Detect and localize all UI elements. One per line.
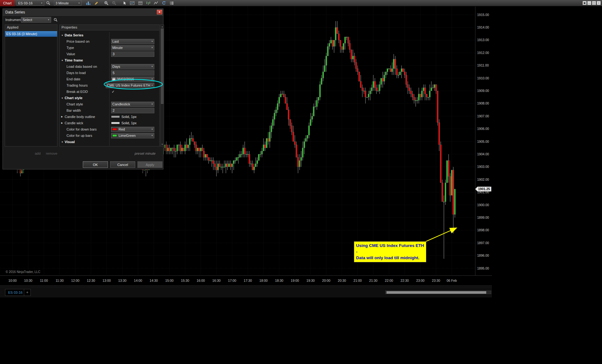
prop-row-value[interactable]: Value3 [60, 51, 159, 57]
apply-button[interactable]: Apply [137, 161, 162, 168]
chart-type-icon[interactable] [85, 0, 92, 6]
time-axis[interactable]: 10:0010:3011:0011:3012:0012:3013:0013:30… [8, 279, 457, 282]
prop-value: 3 [109, 51, 159, 57]
prop-color-for-down-bars-select[interactable]: Red▼ [111, 127, 154, 132]
prop-label: Value [60, 51, 109, 57]
properties-list-icon[interactable] [168, 0, 175, 6]
prop-price-based-on-select[interactable]: Last▼ [111, 39, 154, 44]
horizontal-scrollbar[interactable] [385, 291, 491, 294]
prop-row-time-frame[interactable]: ▼Time frame [60, 57, 159, 63]
window-buttons: ▣ — ▢ × [582, 1, 601, 5]
dialog-instrument-select[interactable]: Select ▼ [21, 17, 51, 23]
prop-chart-style-select[interactable]: Candlestick▼ [111, 102, 154, 107]
checkbox-checked-icon[interactable]: ✓ [112, 90, 115, 94]
prop-type-select[interactable]: Minute▼ [111, 45, 154, 51]
prop-row-visual[interactable]: ▼Visual [60, 139, 159, 145]
prop-row-data-series[interactable]: ▼Data Series [60, 32, 159, 38]
price-axis-label: 1905.00 [477, 140, 489, 143]
prop-row-type[interactable]: TypeMinute▼ [60, 45, 159, 51]
dialog-close-button[interactable]: × [157, 10, 162, 14]
price-axis[interactable]: 1915.001914.001913.001912.001911.001910.… [477, 13, 489, 270]
add-tab-button[interactable]: + [24, 289, 31, 296]
time-axis-label: 21:30 [369, 279, 377, 282]
chevron-down-icon: ▼ [151, 40, 153, 42]
scrollbar-thumb[interactable] [386, 291, 486, 294]
prop-days-to-load-input[interactable]: 5 [111, 70, 154, 76]
prop-row-candle-wick[interactable]: ▶Candle wickSolid, 1px [60, 120, 159, 126]
prop-label-text: Candle wick [65, 121, 83, 125]
collapse-down-icon[interactable]: ▼ [61, 141, 65, 143]
prop-row-load-data-based-on[interactable]: Load data based onDays▼ [60, 63, 159, 70]
prop-value-text: Minute [112, 46, 150, 50]
tab-es-03-16[interactable]: ES 03-16 [5, 289, 26, 296]
time-axis-label: 20:00 [322, 279, 330, 282]
checkbox-checked-icon[interactable]: ✓ [112, 146, 115, 147]
zoom-in-icon[interactable] [103, 0, 110, 6]
prop-label-text: Bar width [67, 109, 81, 112]
data-grid-icon[interactable] [137, 0, 144, 6]
prop-color-for-up-bars-select[interactable]: LimeGreen▼ [111, 133, 154, 138]
cancel-button[interactable]: Cancel [110, 161, 135, 168]
candle-body-outline-swatch [111, 115, 120, 118]
scroll-down-icon[interactable]: ▼ [161, 143, 164, 146]
minimize-icon[interactable]: — [587, 1, 591, 5]
collapse-down-icon[interactable]: ▼ [61, 97, 65, 99]
panels-icon[interactable]: ▣ [583, 1, 587, 5]
cursor-icon[interactable] [121, 0, 128, 6]
prop-label-text: Break at EOD [67, 90, 88, 94]
instrument-search-icon[interactable] [53, 17, 58, 22]
time-axis-label: 21:00 [354, 279, 362, 282]
applied-actions: add remove [5, 152, 57, 155]
trend-zigzag-icon[interactable] [152, 0, 160, 6]
scrollbar-thumb[interactable] [161, 29, 163, 104]
price-axis-label: 1899.00 [477, 216, 489, 219]
prop-row-bar-width[interactable]: Bar width2 [60, 107, 159, 114]
collapse-right-icon[interactable]: ▶ [61, 122, 65, 124]
dialog-titlebar[interactable]: Data Series × [3, 9, 163, 16]
prop-row-color-for-up-bars[interactable]: Color for up barsLimeGreen▼ [60, 132, 159, 139]
ohlc-bars-icon[interactable] [145, 0, 152, 6]
time-axis-label: 18:00 [259, 279, 268, 282]
scroll-up-icon[interactable]: ▲ [161, 25, 164, 28]
prop-row-auto-scale[interactable]: Auto scale✓ [60, 145, 159, 147]
ok-button[interactable]: OK [83, 161, 108, 168]
applied-series-item[interactable]: ES 03-16 (3 Minute) [5, 31, 57, 37]
prop-row-days-to-load[interactable]: Days to load5 [60, 70, 159, 76]
add-series-link[interactable]: add [35, 152, 40, 155]
prop-label: Load data based on [60, 63, 109, 70]
prop-label-text: Chart style [67, 102, 83, 106]
prop-label: ▼Time frame [60, 57, 109, 63]
prop-label-text: Type [67, 46, 74, 50]
maximize-icon[interactable]: ▢ [592, 1, 596, 5]
collapse-down-icon[interactable]: ▼ [61, 34, 65, 36]
prop-value-input[interactable]: 3 [111, 51, 154, 57]
collapse-right-icon[interactable]: ▶ [61, 115, 65, 118]
instrument-search-icon[interactable] [45, 0, 52, 6]
prop-load-data-based-on-select[interactable]: Days▼ [111, 64, 154, 69]
prop-row-color-for-down-bars[interactable]: Color for down barsRed▼ [60, 126, 159, 132]
prop-row-chart-style[interactable]: Chart styleCandlestick▼ [60, 101, 159, 107]
collapse-down-icon[interactable]: ▼ [61, 59, 65, 62]
instrument-selector[interactable]: ES 03-16 ▼ [17, 0, 44, 6]
zoom-out-icon[interactable] [111, 0, 118, 6]
drawing-tools-icon[interactable] [93, 0, 100, 6]
preset-label: preset minute [135, 152, 156, 155]
remove-series-link[interactable]: remove [46, 152, 57, 155]
instrument-label: Instrument [5, 18, 22, 22]
chart-annotation-note[interactable]: Using CME US Index Futures ETH - Data wi… [354, 241, 426, 262]
chart-snapshot-icon[interactable] [129, 0, 136, 6]
applied-panel: Applied ES 03-16 (3 Minute) [5, 24, 57, 147]
price-axis-label: 1903.00 [477, 165, 489, 169]
prop-row-price-based-on[interactable]: Price based onLast▼ [60, 38, 159, 45]
interval-selector[interactable]: 3 Minute ▼ [54, 0, 82, 6]
prop-bar-width-input[interactable]: 2 [111, 108, 154, 113]
reload-icon[interactable] [160, 0, 168, 6]
price-axis-label: 1914.00 [477, 25, 489, 29]
prop-row-candle-body-outline[interactable]: ▶Candle body outlineSolid, 1px [60, 114, 159, 120]
close-icon[interactable]: × [597, 1, 601, 5]
applied-header: Applied [5, 25, 57, 30]
prop-label-text: End date [67, 77, 80, 81]
prop-row-chart-style[interactable]: ▼Chart style [60, 95, 159, 101]
prop-label: Trading hours [60, 82, 104, 88]
prop-label-text: Days to load [67, 71, 86, 75]
